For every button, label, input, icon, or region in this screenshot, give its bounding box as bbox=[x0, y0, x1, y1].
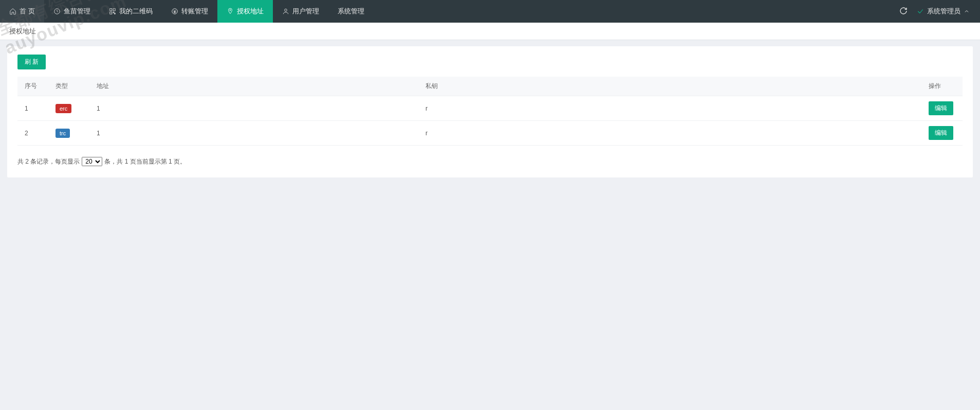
cell-seq: 2 bbox=[17, 121, 48, 146]
check-icon bbox=[917, 8, 924, 15]
nav-home-label: 首 页 bbox=[20, 7, 35, 16]
nav-transfer-manage[interactable]: 转账管理 bbox=[162, 0, 217, 23]
cell-act: 编辑 bbox=[921, 96, 963, 121]
table-row: 2 trc 1 r 编辑 bbox=[17, 121, 963, 146]
home-icon bbox=[9, 8, 16, 15]
th-type: 类型 bbox=[48, 77, 89, 96]
cell-key: r bbox=[418, 121, 921, 146]
nav-system-manage[interactable]: 系统管理 bbox=[328, 0, 374, 23]
table-row: 1 erc 1 r 编辑 bbox=[17, 96, 963, 121]
top-nav-left: 首 页 鱼苗管理 我的二维码 转账管理 授权地址 用户管理 系统管理 bbox=[0, 0, 374, 23]
th-addr: 地址 bbox=[89, 77, 418, 96]
nav-qrcode-label: 我的二维码 bbox=[119, 7, 153, 16]
pin-icon bbox=[227, 8, 234, 15]
th-act: 操作 bbox=[921, 77, 963, 96]
th-key: 私钥 bbox=[418, 77, 921, 96]
nav-system-label: 系统管理 bbox=[338, 7, 364, 16]
svg-rect-3 bbox=[109, 12, 112, 14]
data-table: 序号 类型 地址 私钥 操作 1 erc 1 r 编辑 2 bbox=[17, 77, 963, 146]
nav-fry-manage[interactable]: 鱼苗管理 bbox=[44, 0, 100, 23]
user-menu[interactable]: 系统管理员 bbox=[917, 7, 970, 16]
nav-transfer-label: 转账管理 bbox=[181, 7, 208, 16]
page-size-select[interactable]: 20 bbox=[82, 157, 102, 166]
content-card: 刷 新 序号 类型 地址 私钥 操作 1 erc 1 r 编辑 bbox=[7, 46, 973, 177]
nav-auth-address[interactable]: 授权地址 bbox=[217, 0, 273, 23]
chevron-up-icon bbox=[964, 8, 970, 14]
clock-icon bbox=[53, 8, 61, 15]
edit-button[interactable]: 编辑 bbox=[929, 101, 953, 115]
nav-fry-label: 鱼苗管理 bbox=[64, 7, 90, 16]
cell-type: erc bbox=[48, 96, 89, 121]
nav-my-qrcode[interactable]: 我的二维码 bbox=[100, 0, 162, 23]
refresh-button[interactable]: 刷 新 bbox=[17, 55, 46, 69]
yen-icon bbox=[171, 8, 178, 15]
svg-rect-5 bbox=[114, 13, 115, 14]
edit-button[interactable]: 编辑 bbox=[929, 126, 953, 140]
svg-rect-1 bbox=[109, 9, 112, 11]
svg-point-7 bbox=[229, 10, 230, 11]
cell-act: 编辑 bbox=[921, 121, 963, 146]
cell-seq: 1 bbox=[17, 96, 48, 121]
nav-auth-label: 授权地址 bbox=[237, 7, 264, 16]
pager-suffix: 条，共 1 页当前显示第 1 页。 bbox=[104, 157, 186, 166]
type-badge: trc bbox=[56, 129, 70, 138]
cell-addr: 1 bbox=[89, 96, 418, 121]
breadcrumb-text: 授权地址 bbox=[9, 27, 36, 36]
pagination: 共 2 条记录，每页显示 20 条，共 1 页当前显示第 1 页。 bbox=[17, 157, 963, 166]
user-icon bbox=[282, 8, 289, 15]
pager-prefix: 共 2 条记录，每页显示 bbox=[17, 157, 80, 166]
cell-addr: 1 bbox=[89, 121, 418, 146]
svg-point-8 bbox=[284, 9, 287, 11]
th-seq: 序号 bbox=[17, 77, 48, 96]
breadcrumb: 授权地址 bbox=[0, 23, 980, 40]
nav-user-manage[interactable]: 用户管理 bbox=[273, 0, 328, 23]
user-menu-label: 系统管理员 bbox=[927, 7, 960, 16]
qrcode-icon bbox=[109, 8, 116, 15]
type-badge: erc bbox=[56, 104, 71, 113]
cell-type: trc bbox=[48, 121, 89, 146]
svg-rect-4 bbox=[113, 12, 114, 13]
svg-rect-2 bbox=[113, 9, 115, 11]
cell-key: r bbox=[418, 96, 921, 121]
top-nav: 首 页 鱼苗管理 我的二维码 转账管理 授权地址 用户管理 系统管理 bbox=[0, 0, 980, 23]
top-nav-right: 系统管理员 bbox=[899, 0, 980, 23]
refresh-icon[interactable] bbox=[899, 7, 908, 16]
nav-home[interactable]: 首 页 bbox=[0, 0, 44, 23]
table-header-row: 序号 类型 地址 私钥 操作 bbox=[17, 77, 963, 96]
nav-user-label: 用户管理 bbox=[292, 7, 319, 16]
